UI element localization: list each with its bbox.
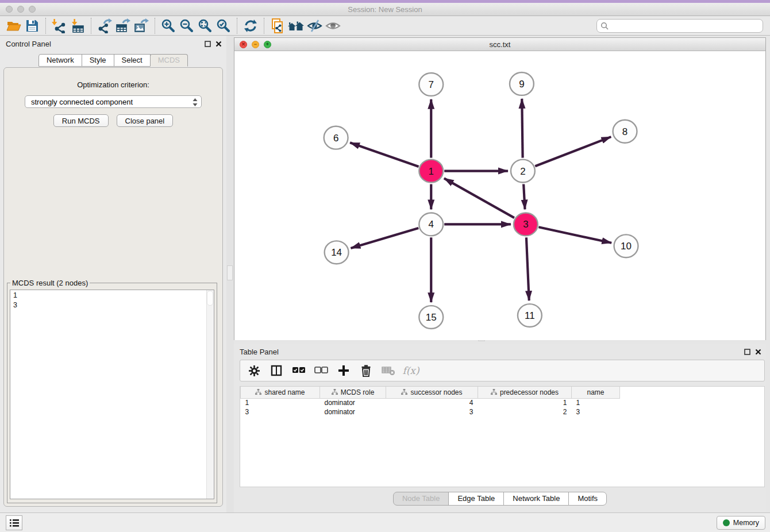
criterion-select[interactable]: strongly connected component [25,95,202,108]
home-button[interactable] [287,17,305,34]
graph-node-3[interactable]: 3 [514,213,538,236]
node-table[interactable]: shared nameMCDS rolesuccessor nodesprede… [240,386,765,487]
optimization-criterion-label: Optimization criterion: [4,80,222,89]
graph-node-10[interactable]: 10 [614,234,638,257]
copy-network-button[interactable] [268,17,287,34]
tab-node-table[interactable]: Node Table [393,492,449,506]
tab-network-table[interactable]: Network Table [503,492,569,506]
graph-edge-3-1[interactable] [444,178,514,218]
table-cell-predecessor-nodes[interactable]: 2 [478,407,572,417]
graph-node-15[interactable]: 15 [419,306,443,329]
zoom-fit-button[interactable] [196,17,214,34]
column-header-shared-name[interactable]: shared name [241,387,320,398]
float-table-panel-icon[interactable] [744,349,750,355]
zoom-fit-icon [198,18,213,33]
graph-node-11[interactable]: 11 [518,304,542,327]
mcds-result-box[interactable]: 13 [10,290,214,499]
graph-edge-1-6[interactable] [350,142,418,167]
search-input[interactable] [596,19,763,33]
show-columns-button[interactable] [270,364,283,377]
run-mcds-button[interactable]: Run MCDS [53,114,109,127]
tab-edge-table[interactable]: Edge Table [448,492,504,506]
zoom-in-button[interactable] [159,17,178,34]
save-session-button[interactable] [23,17,41,34]
table-cell-shared-name[interactable]: 3 [241,407,320,417]
delete-table-button[interactable] [382,364,395,377]
column-header-predecessor-nodes[interactable]: predecessor nodes [478,387,572,398]
close-panel-icon[interactable] [215,41,222,47]
zoom-out-button[interactable] [178,17,196,34]
table-cell-name[interactable]: 3 [572,407,620,417]
tab-select[interactable]: Select [114,54,151,67]
zoom-selected-button[interactable] [214,17,233,34]
graph-edge-3-10[interactable] [538,227,611,243]
splitter-handle[interactable] [227,265,233,280]
hide-selected-button[interactable] [305,17,324,34]
toolbar-separator [237,18,237,34]
graph-node-7[interactable]: 7 [419,73,443,96]
graph-node-4[interactable]: 4 [419,213,443,236]
export-image-button[interactable] [132,17,151,34]
import-network-button[interactable] [50,17,68,34]
table-cell-predecessor-nodes[interactable]: 1 [478,398,572,407]
graph-node-6[interactable]: 6 [324,126,348,149]
column-header-name[interactable]: name [572,387,620,398]
toolbar-separator [91,18,91,34]
column-header-MCDS-role[interactable]: MCDS role [320,387,386,398]
table-cell-name[interactable]: 1 [572,398,620,407]
graph-node-2[interactable]: 2 [511,160,535,183]
tree-icon [332,389,338,395]
column-header-successor-nodes[interactable]: successor nodes [386,387,478,398]
graph-edge-2-8[interactable] [535,137,611,166]
table-settings-button[interactable] [247,364,261,377]
memory-button[interactable]: Memory [717,516,765,530]
table-cell-shared-name[interactable]: 1 [241,398,320,407]
graph-edge-2-9[interactable] [522,99,522,158]
copy-network-icon [270,18,285,33]
result-line: 1 [13,291,203,300]
graph-node-1[interactable]: 1 [419,160,443,183]
select-all-button[interactable] [292,364,306,377]
float-panel-icon[interactable] [205,41,211,47]
table-cell-MCDS-role[interactable]: dominator [320,398,386,407]
table-tabs: Node Table Edge Table Network Table Moti… [234,492,766,506]
tab-style[interactable]: Style [82,54,114,67]
export-network-button[interactable] [95,17,114,34]
graph-edge-2-3[interactable] [523,184,525,210]
table-cell-MCDS-role[interactable]: dominator [320,407,386,417]
tab-network[interactable]: Network [38,54,82,67]
memory-label: Memory [733,519,759,527]
delete-column-button[interactable] [359,364,373,377]
result-scrollbar-thumb[interactable] [207,291,213,306]
graph-node-9[interactable]: 9 [510,72,534,95]
refresh-button[interactable] [241,17,260,34]
task-history-button[interactable] [6,515,22,530]
table-cell-successor-nodes[interactable]: 3 [386,407,478,417]
network-window-titlebar: ✕ − + scc.txt [234,38,765,51]
graph-edge-3-11[interactable] [526,237,529,300]
show-all-button[interactable] [324,17,342,34]
tab-motifs[interactable]: Motifs [568,492,607,506]
close-panel-button[interactable]: Close panel [117,114,174,127]
graph-edge-4-14[interactable] [351,228,418,248]
graph-node-8[interactable]: 8 [613,120,637,143]
tree-icon [491,389,497,395]
network-graph[interactable]: 7968124314101511 [234,51,765,340]
unselect-all-button[interactable] [314,364,328,377]
network-canvas[interactable]: 7968124314101511 [234,51,765,340]
result-scrollbar[interactable] [206,290,214,499]
trash-icon [361,365,371,377]
export-table-button[interactable] [114,17,132,34]
import-table-button[interactable] [68,17,87,34]
vertical-splitter[interactable] [226,36,234,512]
graph-node-14[interactable]: 14 [325,241,349,264]
function-builder-button[interactable]: f(x) [404,364,418,377]
open-session-button[interactable] [5,17,23,34]
table-row[interactable]: 3dominator323 [241,407,620,417]
tab-mcds[interactable]: MCDS [150,54,188,67]
control-panel: Control Panel Network Style Select MCDS … [0,36,226,512]
table-row[interactable]: 1dominator411 [241,398,620,407]
close-table-panel-icon[interactable] [755,349,761,355]
table-cell-successor-nodes[interactable]: 4 [386,398,478,407]
add-column-button[interactable] [337,364,351,377]
